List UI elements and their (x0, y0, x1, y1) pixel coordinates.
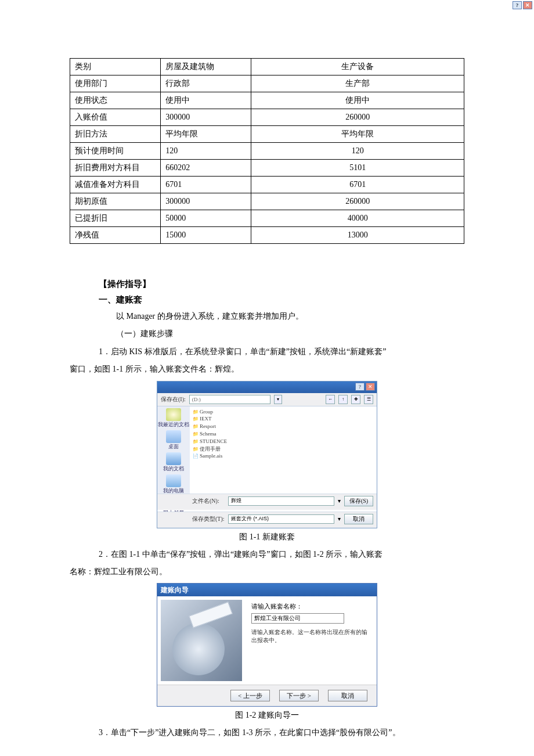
step2-line-a: 2．在图 1-1 中单击“保存”按钮，弹出“建账向导”窗口，如图 1-2 所示，… (99, 548, 464, 561)
place-icon (166, 408, 181, 421)
table-cell: 300000 (161, 193, 251, 210)
save-as-dialog: ? ✕ 保存在(I): (D:) ▾ ← ↑ ✚ ☰ 我最近的文档桌面我的文档我… (157, 381, 377, 528)
figure-caption-2: 图 1-2 建账向导一 (70, 710, 464, 721)
figure-caption-1: 图 1-1 新建账套 (70, 532, 464, 542)
table-cell: 5101 (251, 160, 464, 177)
help-icon[interactable]: ? (513, 1, 522, 9)
table-row: 折旧方法平均年限平均年限 (70, 126, 464, 143)
help-icon[interactable]: ? (355, 383, 365, 391)
place-icon (166, 474, 181, 487)
file-item[interactable]: Sample.ais (193, 452, 374, 460)
wizard-dialog: 建账向导 ? ✕ 请输入账套名称： 辉煌工业有限公司 请输入账套名称。这一名称将… (157, 583, 377, 707)
table-cell: 生产部 (251, 75, 464, 92)
table-row: 减值准备对方科目67016701 (70, 177, 464, 193)
table-cell: 预计使用时间 (70, 143, 161, 160)
table-cell: 260000 (251, 193, 464, 210)
filename-label: 文件名(N): (192, 497, 225, 505)
place-label: 我最近的文档 (158, 422, 189, 429)
table-row: 期初原值300000260000 (70, 193, 464, 210)
places-item[interactable]: 桌面 (166, 430, 181, 451)
wizard-cancel-button[interactable]: 取消 (328, 690, 367, 701)
table-cell: 6701 (161, 177, 251, 193)
up-icon[interactable]: ↑ (338, 395, 348, 404)
next-button[interactable]: 下一步 > (279, 690, 319, 701)
table-cell: 折旧费用对方科目 (70, 160, 161, 177)
table-cell: 15000 (161, 227, 251, 244)
filetype-input[interactable] (228, 514, 334, 524)
table-row: 净残值1500013000 (70, 227, 464, 244)
table-row: 预计使用时间120120 (70, 143, 464, 160)
table-cell: 期初原值 (70, 193, 161, 210)
place-icon (166, 452, 181, 465)
table-cell: 260000 (251, 109, 464, 126)
table-cell: 类别 (70, 59, 161, 75)
folder-item[interactable]: IEXT (193, 415, 374, 423)
step2-line-b: 名称：辉煌工业有限公司。 (70, 566, 464, 578)
folder-item[interactable]: Schema (193, 430, 374, 438)
folder-item[interactable]: STUDENCE (193, 438, 374, 445)
combo-dropdown-icon[interactable]: ▾ (274, 395, 282, 404)
places-item[interactable]: 我的文档 (163, 452, 184, 473)
dialog2-title: 建账向导 (161, 585, 189, 595)
close-icon[interactable]: ✕ (523, 1, 532, 9)
table-row: 类别房屋及建筑物生产设备 (70, 59, 464, 75)
table-cell: 生产设备 (251, 59, 464, 75)
heading-1: 一、建账套 (99, 294, 464, 305)
table-cell: 房屋及建筑物 (161, 59, 251, 75)
filetype-dropdown-icon[interactable]: ▾ (338, 516, 341, 522)
table-cell: 平均年限 (251, 126, 464, 143)
table-cell: 已提折旧 (70, 210, 161, 227)
place-icon (166, 430, 181, 443)
back-icon[interactable]: ← (326, 395, 335, 404)
views-icon[interactable]: ☰ (364, 395, 373, 404)
cancel-button[interactable]: 取消 (344, 514, 373, 524)
table-cell: 平均年限 (161, 126, 251, 143)
table-cell: 使用中 (161, 92, 251, 109)
table-cell: 使用部门 (70, 75, 161, 92)
place-label: 桌面 (166, 444, 181, 451)
table-row: 使用部门行政部生产部 (70, 75, 464, 92)
location-combo[interactable]: (D:) (189, 395, 270, 404)
table-cell: 使用中 (251, 92, 464, 109)
place-label: 我的文档 (163, 466, 184, 473)
table-cell: 净残值 (70, 227, 161, 244)
table-cell: 折旧方法 (70, 126, 161, 143)
prev-button[interactable]: < 上一步 (230, 690, 270, 701)
wizard-prompt: 请输入账套名称： (251, 602, 371, 611)
table-cell: 50000 (161, 210, 251, 227)
section-label: 【操作指导】 (99, 279, 464, 290)
step3-line: 3．单击“下一步”进入建账向导二，如图 1-3 所示，在此窗口中选择“股份有限公… (99, 726, 464, 739)
table-cell: 13000 (251, 227, 464, 244)
step1-line-b: 窗口，如图 1-1 所示，输入账套文件名：辉煌。 (70, 363, 464, 376)
close-icon[interactable]: ✕ (366, 383, 375, 391)
filetype-label: 保存类型(T): (192, 515, 225, 523)
asset-table: 类别房屋及建筑物生产设备使用部门行政部生产部使用状态使用中使用中入账价值3000… (70, 58, 464, 244)
wizard-desc: 请输入账套名称。这一名称将出现在所有的输出报表中。 (251, 628, 371, 645)
table-cell: 660202 (161, 160, 251, 177)
dialog2-titlebar[interactable]: 建账向导 ? ✕ (157, 584, 377, 596)
new-folder-icon[interactable]: ✚ (351, 395, 360, 404)
table-row: 折旧费用对方科目6602025101 (70, 160, 464, 177)
table-cell: 入账价值 (70, 109, 161, 126)
folder-item[interactable]: Group (193, 408, 374, 416)
table-cell: 120 (251, 143, 464, 160)
file-list[interactable]: GroupIEXTResportSchemaSTUDENCE使用手册Sample… (190, 406, 377, 494)
filename-input[interactable] (228, 496, 334, 506)
places-item[interactable]: 我最近的文档 (158, 408, 189, 429)
save-button[interactable]: 保存(S) (344, 496, 373, 506)
table-cell: 减值准备对方科目 (70, 177, 161, 193)
places-item[interactable]: 我的电脑 (163, 474, 184, 495)
folder-item[interactable]: Resport (193, 423, 374, 430)
filename-dropdown-icon[interactable]: ▾ (338, 498, 341, 504)
path-row: 保存在(I): (D:) ▾ ← ↑ ✚ ☰ (157, 393, 377, 406)
folder-item[interactable]: 使用手册 (193, 445, 374, 453)
dialog1-titlebar[interactable]: ? ✕ (157, 381, 377, 393)
table-cell: 使用状态 (70, 92, 161, 109)
step1-line-a: 1．启动 KIS 标准版后，在系统登录窗口，单击“新建”按钮，系统弹出“新建账套… (99, 345, 464, 358)
table-row: 已提折旧5000040000 (70, 210, 464, 227)
account-name-input[interactable]: 辉煌工业有限公司 (251, 613, 344, 624)
table-row: 使用状态使用中使用中 (70, 92, 464, 109)
table-cell: 行政部 (161, 75, 251, 92)
places-bar: 我最近的文档桌面我的文档我的电脑网上邻居 (157, 406, 190, 494)
table-cell: 6701 (251, 177, 464, 193)
